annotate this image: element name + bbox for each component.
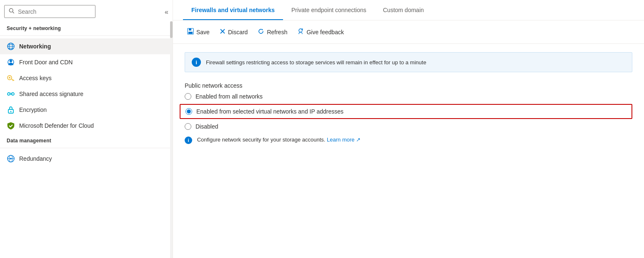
- external-link-icon: ↗: [356, 137, 361, 143]
- sidebar-item-encryption-label: Encryption: [19, 106, 47, 113]
- discard-label: Discard: [228, 29, 248, 35]
- sidebar-item-encryption[interactable]: Encryption: [0, 102, 173, 118]
- sidebar-item-redundancy[interactable]: Redundancy: [0, 151, 173, 167]
- svg-point-12: [9, 77, 10, 78]
- redundancy-icon: [7, 154, 15, 163]
- access-keys-icon: [7, 74, 15, 82]
- sidebar: « Security + networking Networking: [0, 0, 173, 258]
- sidebar-item-redundancy-label: Redundancy: [19, 155, 52, 162]
- radio-item-all-networks[interactable]: Enabled from all networks: [185, 93, 632, 100]
- svg-point-14: [12, 93, 14, 95]
- radio-all-networks-label: Enabled from all networks: [195, 93, 263, 100]
- feedback-label: Give feedback: [306, 29, 344, 35]
- toolbar: Save Discard Refresh: [173, 20, 644, 44]
- content-area: i Firewall settings restricting access t…: [173, 44, 644, 258]
- svg-line-1: [13, 12, 14, 13]
- sidebar-top: «: [0, 0, 173, 21]
- feedback-icon: [297, 28, 304, 36]
- tab-custom-domain[interactable]: Custom domain: [375, 0, 432, 20]
- svg-rect-22: [189, 28, 191, 30]
- radio-selected-row[interactable]: Enabled from selected virtual networks a…: [180, 104, 632, 119]
- front-door-icon: [7, 58, 15, 66]
- divider-data-mgmt: [0, 148, 173, 148]
- refresh-button[interactable]: Refresh: [253, 25, 291, 38]
- learn-more-info-icon: i: [185, 137, 192, 144]
- radio-group: Enabled from all networks Enabled from s…: [185, 93, 632, 130]
- divider-security: [0, 35, 173, 36]
- main-content: Firewalls and virtual networks Private e…: [173, 0, 644, 258]
- svg-point-20: [10, 158, 12, 159]
- sidebar-item-shared-access[interactable]: Shared access signature: [0, 86, 173, 102]
- encryption-icon: [7, 106, 15, 114]
- scrollbar-track: [170, 21, 173, 258]
- discard-button[interactable]: Discard: [216, 26, 252, 38]
- radio-all-networks[interactable]: [185, 93, 191, 100]
- sidebar-item-front-door[interactable]: Front Door and CDN: [0, 54, 173, 70]
- svg-rect-23: [188, 32, 193, 34]
- save-icon: [187, 28, 194, 36]
- scrollbar-thumb[interactable]: [170, 21, 173, 38]
- radio-disabled[interactable]: [185, 123, 191, 130]
- sidebar-scroll: Security + networking Networking: [0, 21, 173, 258]
- discard-icon: [220, 28, 226, 35]
- collapse-button[interactable]: «: [165, 8, 168, 16]
- info-banner: i Firewall settings restricting access t…: [185, 52, 632, 72]
- section-label-security: Security + networking: [0, 21, 173, 33]
- sidebar-item-networking[interactable]: Networking: [0, 38, 173, 54]
- learn-more-section: i Configure network security for your st…: [185, 137, 632, 144]
- networking-icon: [7, 42, 15, 51]
- refresh-label: Refresh: [267, 29, 287, 35]
- sidebar-item-access-keys-label: Access keys: [19, 75, 52, 81]
- svg-point-26: [299, 29, 302, 32]
- info-icon: i: [192, 58, 201, 67]
- svg-point-8: [10, 60, 12, 62]
- radio-selected-networks-label: Enabled from selected virtual networks a…: [196, 108, 343, 115]
- search-icon: [9, 8, 15, 15]
- sidebar-item-networking-label: Networking: [19, 43, 51, 50]
- shared-access-icon: [7, 90, 15, 98]
- learn-more-link-label: Learn more: [327, 137, 354, 143]
- sidebar-item-shared-access-label: Shared access signature: [19, 91, 83, 97]
- svg-point-13: [8, 93, 10, 95]
- section-label-data-mgmt: Data management: [0, 134, 173, 145]
- svg-point-16: [10, 111, 12, 112]
- radio-disabled-label: Disabled: [195, 123, 218, 130]
- public-network-label: Public network access: [185, 82, 632, 89]
- refresh-icon: [258, 28, 264, 36]
- save-button[interactable]: Save: [183, 25, 214, 38]
- tabs-bar: Firewalls and virtual networks Private e…: [173, 0, 644, 20]
- learn-more-link[interactable]: Learn more ↗: [327, 137, 361, 143]
- sidebar-item-defender[interactable]: Microsoft Defender for Cloud: [0, 118, 173, 134]
- learn-more-text: Configure network security for your stor…: [197, 137, 326, 143]
- sidebar-item-defender-label: Microsoft Defender for Cloud: [19, 122, 94, 129]
- info-banner-text: Firewall settings restricting access to …: [206, 59, 426, 66]
- sidebar-item-access-keys[interactable]: Access keys: [0, 70, 173, 86]
- feedback-button[interactable]: Give feedback: [293, 25, 348, 38]
- radio-item-disabled[interactable]: Disabled: [185, 123, 632, 130]
- save-label: Save: [196, 29, 210, 35]
- svg-point-0: [9, 8, 13, 12]
- tab-firewalls[interactable]: Firewalls and virtual networks: [183, 0, 283, 20]
- search-input[interactable]: [18, 8, 91, 15]
- defender-icon: [7, 121, 15, 130]
- radio-selected-networks[interactable]: [185, 108, 192, 115]
- tab-private-endpoint[interactable]: Private endpoint connections: [283, 0, 375, 20]
- search-bar[interactable]: [4, 5, 95, 18]
- sidebar-item-front-door-label: Front Door and CDN: [19, 59, 73, 66]
